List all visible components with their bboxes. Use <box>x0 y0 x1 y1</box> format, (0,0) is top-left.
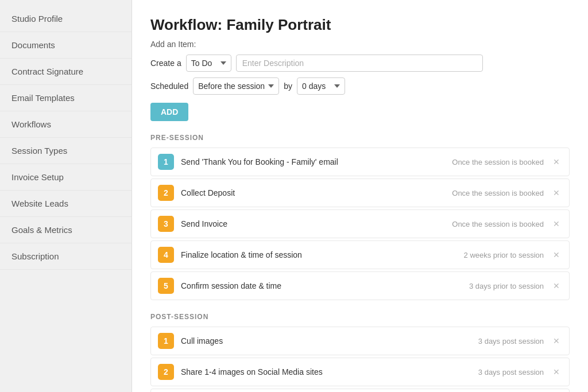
remove-button[interactable]: ✕ <box>551 336 562 346</box>
type-select[interactable]: To DoEmailInvoice <box>186 55 231 72</box>
sidebar-item-goals-metrics[interactable]: Goals & Metrics <box>0 217 131 243</box>
by-label: by <box>284 81 292 91</box>
list-item: 1Cull images3 days post session✕ <box>150 327 570 355</box>
days-select[interactable]: 0 days1 day2 days3 days7 days14 days <box>297 77 345 95</box>
item-title: Cull images <box>181 336 471 346</box>
item-title: Share 1-4 images on Social Media sites <box>181 367 471 377</box>
scheduled-row: Scheduled Before the sessionAfter the se… <box>150 77 570 95</box>
post-session-label: POST-SESSION <box>150 313 570 321</box>
item-badge: 2 <box>158 364 174 380</box>
sidebar-item-email-templates[interactable]: Email Templates <box>0 85 131 111</box>
item-title: Finalize location & time of session <box>181 250 457 259</box>
pre-session-list: 1Send 'Thank You for Booking - Family' e… <box>150 148 570 300</box>
item-title: Collect Deposit <box>181 188 445 197</box>
item-badge: 1 <box>158 333 174 349</box>
sidebar-item-website-leads[interactable]: Website Leads <box>0 191 131 217</box>
add-button[interactable]: ADD <box>150 103 188 121</box>
item-badge: 2 <box>158 185 174 201</box>
list-item: 3Send InvoiceOnce the session is booked✕ <box>150 209 570 238</box>
list-item: 3Send 'Thank You for Session - Family' e… <box>150 389 570 392</box>
remove-button[interactable]: ✕ <box>551 157 562 166</box>
list-item: 4Finalize location & time of session2 we… <box>150 240 570 269</box>
post-session-list: 1Cull images3 days post session✕2Share 1… <box>150 327 570 392</box>
create-label: Create a <box>150 59 181 68</box>
item-badge: 3 <box>158 216 174 232</box>
sidebar-item-contract-signature[interactable]: Contract Signature <box>0 59 131 85</box>
sidebar: Studio ProfileDocumentsContract Signatur… <box>0 0 132 392</box>
item-badge: 4 <box>158 247 174 263</box>
list-item: 2Share 1-4 images on Social Media sites3… <box>150 358 570 386</box>
item-timing: 3 days post session <box>478 337 544 346</box>
item-timing: 3 days post session <box>478 368 544 377</box>
timing-select[interactable]: Before the sessionAfter the sessionOnce … <box>193 77 279 95</box>
sidebar-item-invoice-setup[interactable]: Invoice Setup <box>0 164 131 191</box>
item-badge: 5 <box>158 278 174 294</box>
sidebar-item-studio-profile[interactable]: Studio Profile <box>0 6 131 32</box>
item-title: Send 'Thank You for Booking - Family' em… <box>181 157 445 166</box>
sidebar-item-session-types[interactable]: Session Types <box>0 138 131 164</box>
sidebar-item-workflows[interactable]: Workflows <box>0 111 131 138</box>
item-badge: 1 <box>158 154 174 170</box>
item-title: Confirm session date & time <box>181 281 462 290</box>
remove-button[interactable]: ✕ <box>551 250 562 259</box>
item-timing: 3 days prior to session <box>469 282 544 290</box>
item-timing: Once the session is booked <box>452 158 544 166</box>
description-input[interactable] <box>236 55 483 72</box>
sidebar-item-documents[interactable]: Documents <box>0 32 131 59</box>
sidebar-item-subscription[interactable]: Subscription <box>0 243 131 270</box>
remove-button[interactable]: ✕ <box>551 188 562 197</box>
list-item: 2Collect DepositOnce the session is book… <box>150 178 570 207</box>
item-timing: 2 weeks prior to session <box>464 251 544 259</box>
remove-button[interactable]: ✕ <box>551 219 562 228</box>
remove-button[interactable]: ✕ <box>551 367 562 377</box>
scheduled-label: Scheduled <box>150 81 188 91</box>
add-item-label: Add an Item: <box>150 40 570 49</box>
list-item: 1Send 'Thank You for Booking - Family' e… <box>150 148 570 176</box>
item-timing: Once the session is booked <box>452 220 544 228</box>
remove-button[interactable]: ✕ <box>551 281 562 290</box>
item-timing: Once the session is booked <box>452 189 544 197</box>
page-title: Workflow: Family Portrait <box>150 16 570 34</box>
create-row: Create a To DoEmailInvoice <box>150 55 570 72</box>
pre-session-label: PRE-SESSION <box>150 134 570 142</box>
item-title: Send Invoice <box>181 219 445 228</box>
list-item: 5Confirm session date & time3 days prior… <box>150 271 570 300</box>
main-content: Workflow: Family Portrait Add an Item: C… <box>132 0 588 392</box>
